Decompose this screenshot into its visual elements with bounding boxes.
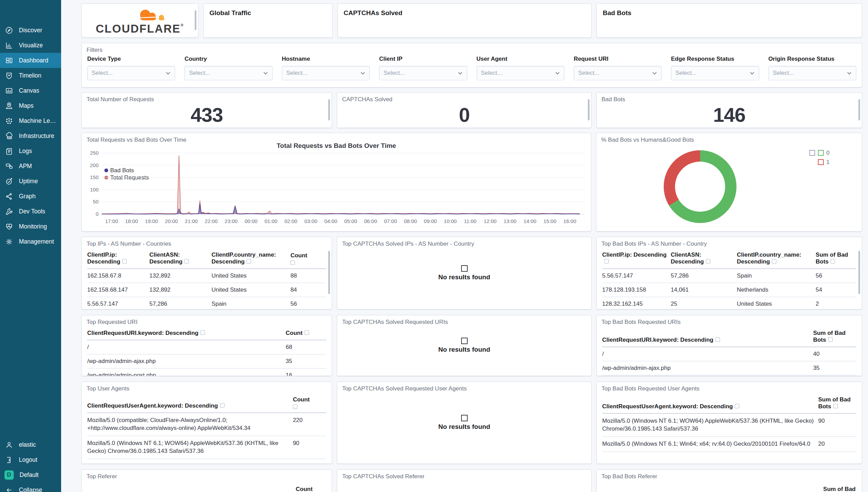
column-header[interactable]: ClientIP.country_name: Descending xyxy=(212,249,290,269)
sidebar-item-visualize[interactable]: Visualize xyxy=(0,38,61,53)
panel-scrollbar[interactable] xyxy=(328,251,330,294)
device-type-select[interactable]: Select... xyxy=(87,66,175,80)
sidebar-item-dev-tools[interactable]: Dev Tools xyxy=(0,204,61,219)
sidebar-item-maps[interactable]: Maps xyxy=(0,98,61,113)
sidebar-item-collapse[interactable]: Collapse xyxy=(0,482,61,492)
legend-label: 1 xyxy=(826,159,830,166)
panel-scrollbar[interactable] xyxy=(195,10,196,31)
sidebar-item-monitoring[interactable]: Monitoring xyxy=(0,219,61,234)
sidebar-item-timelion[interactable]: Timelion xyxy=(0,68,61,83)
filters-panel: Filters Device TypeSelect...CountrySelec… xyxy=(81,43,862,87)
table-cell: 5.56.57.147 xyxy=(602,269,671,283)
table-row: 128.32.162.14525United States2 xyxy=(602,297,856,310)
sidebar: DiscoverVisualizeDashboardTimelionCanvas… xyxy=(0,0,61,492)
request-uri-select[interactable]: Select... xyxy=(574,66,662,80)
hostname-select[interactable]: Select... xyxy=(282,66,370,80)
svg-text:20:00: 20:00 xyxy=(165,218,178,224)
cloudflare-logo: CLOUDFLARE® xyxy=(82,4,198,37)
panel-title: Top CAPTCHAs Solved Referer xyxy=(342,473,424,480)
svg-text:200: 200 xyxy=(90,162,99,168)
column-header[interactable]: Count xyxy=(296,486,312,492)
apm-icon xyxy=(5,162,13,170)
sidebar-item-machine-le[interactable]: Machine Le… xyxy=(0,113,61,128)
column-header[interactable]: ClientASN: Descending xyxy=(149,249,212,269)
sidebar-item-label: Dev Tools xyxy=(19,208,45,215)
column-header[interactable]: Count xyxy=(293,394,327,413)
panel-scrollbar[interactable] xyxy=(588,99,590,120)
table-cell: 220 xyxy=(293,413,327,436)
sidebar-item-label: Maps xyxy=(19,102,34,109)
column-header[interactable]: ClientASN: Descending xyxy=(671,249,737,269)
panel-scrollbar[interactable] xyxy=(858,99,860,120)
filter-label: User Agent xyxy=(477,56,564,62)
legend-item[interactable]: 1 xyxy=(809,157,830,167)
cloudflare-cloud-icon xyxy=(125,7,177,24)
column-header[interactable]: Sum of Bad xyxy=(823,486,856,492)
column-header[interactable]: Count xyxy=(290,249,326,269)
sidebar-item-label: Machine Le… xyxy=(19,117,56,125)
table-row: 5.56.57.14757,286Spain56 xyxy=(87,297,326,310)
monitoring-icon xyxy=(5,223,13,231)
filter-group-country: CountrySelect... xyxy=(184,56,272,80)
column-header[interactable]: ClientIP.ip: Descending xyxy=(87,249,149,269)
column-header[interactable]: ClientIP.country_name: Descending xyxy=(737,249,815,269)
column-header[interactable]: Sum of Bad Bots xyxy=(813,327,856,347)
column-header[interactable]: Count xyxy=(286,327,326,340)
filter-group-edge-response-status: Edge Response StatusSelect... xyxy=(671,56,759,80)
client-ip-select[interactable]: Select... xyxy=(379,66,467,80)
sidebar-item-elastic[interactable]: elastic xyxy=(0,437,61,452)
panel-title: Top Bad Bots Requested URIs xyxy=(602,319,681,326)
sidebar-item-discover[interactable]: Discover xyxy=(0,23,61,38)
sidebar-item-dashboard[interactable]: Dashboard xyxy=(0,53,61,68)
logout-icon xyxy=(5,456,13,464)
sidebar-item-management[interactable]: Management xyxy=(0,234,61,249)
sidebar-item-graph[interactable]: Graph xyxy=(0,189,61,204)
column-header[interactable]: ClientRequestURI.keyword: Descending xyxy=(87,327,286,340)
top-uri-panel: Top Requested URI ClientRequestURI.keywo… xyxy=(81,315,332,376)
space-default-badge: D xyxy=(4,470,14,480)
no-results-icon xyxy=(461,265,468,272)
sidebar-item-default[interactable]: DDefault xyxy=(0,467,61,482)
origin-response-status-select[interactable]: Select... xyxy=(768,66,856,80)
table-row: /40 xyxy=(602,347,856,361)
panel-title: Top User Agents xyxy=(87,385,129,392)
table-row: Mozilla/5.0 (Windows NT 6.1; Win64; x64;… xyxy=(602,436,856,452)
sidebar-item-label: Logout xyxy=(19,456,37,464)
filter-label: Client IP xyxy=(379,56,467,62)
svg-text:07:00: 07:00 xyxy=(384,218,397,224)
bad-bot-user-agents-table: ClientRequestUserAgent.keyword: Descendi… xyxy=(602,394,856,452)
column-header[interactable]: ClientRequestURI.keyword: Descending xyxy=(602,327,813,347)
sidebar-item-canvas[interactable]: Canvas xyxy=(0,83,61,98)
edge-response-status-select[interactable]: Select... xyxy=(671,66,759,80)
sort-icon xyxy=(305,330,309,335)
column-header[interactable]: Sum of Bad Bots xyxy=(816,249,856,269)
panel-scrollbar[interactable] xyxy=(328,99,330,120)
column-header[interactable]: ClientRequestUserAgent.keyword: Descendi… xyxy=(602,394,818,413)
panel-scrollbar[interactable] xyxy=(858,251,860,294)
column-header[interactable]: ClientIP.ip: Descending xyxy=(602,249,671,269)
filter-group-request-uri: Request URISelect... xyxy=(574,56,662,80)
chevron-down-icon xyxy=(555,71,560,76)
column-header[interactable]: ClientRequestUserAgent.keyword: Descendi… xyxy=(87,394,293,413)
table-row: Mozilla/5.0 (Windows NT 6.1; WOW64) Appl… xyxy=(87,436,326,459)
legend-item[interactable]: 0 xyxy=(809,148,830,157)
table-row: 162.158.68.147132,892United States84 xyxy=(87,283,326,297)
country-select[interactable]: Select... xyxy=(184,66,272,80)
bad-bot-user-agents-panel: Top Bad Bots Requested User Agents Clien… xyxy=(596,382,862,464)
sidebar-item-apm[interactable]: APM xyxy=(0,159,61,174)
table-cell: 54 xyxy=(816,283,856,297)
sidebar-item-infrastructure[interactable]: Infrastructure xyxy=(0,128,61,143)
column-header[interactable]: Sum of Bad Bots xyxy=(818,394,856,413)
captcha-user-agents-panel: Top CAPTCHAs Solved Requested User Agent… xyxy=(337,382,591,464)
sidebar-item-logout[interactable]: Logout xyxy=(0,452,61,467)
dashboard-main: CLOUDFLARE® Global Traffic CAPTCHAs Solv… xyxy=(61,0,868,492)
table-cell: 84 xyxy=(290,283,326,297)
sidebar-item-logs[interactable]: Logs xyxy=(0,143,61,159)
table-cell: /wp-admin/admin-ajax.php xyxy=(87,354,286,368)
metric-value: 146 xyxy=(597,103,862,126)
sidebar-item-uptime[interactable]: Uptime xyxy=(0,174,61,189)
donut-chart[interactable] xyxy=(664,150,736,223)
table-cell: 56 xyxy=(816,269,856,283)
select-placeholder: Select... xyxy=(481,70,502,77)
user-agent-select[interactable]: Select... xyxy=(477,66,564,80)
